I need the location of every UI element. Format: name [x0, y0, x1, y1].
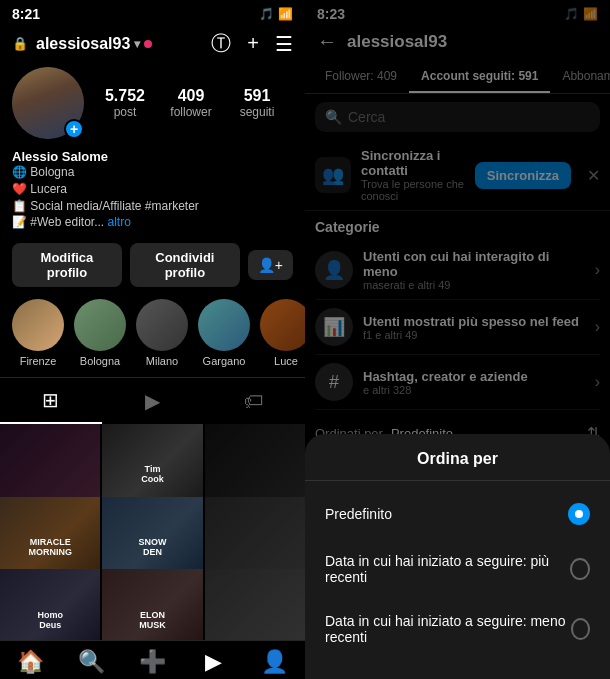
seguiti-count: 591: [244, 87, 271, 105]
story-circle-bologna: [74, 299, 126, 351]
bottom-sheet: Ordina per Predefinito Data in cui hai i…: [305, 434, 610, 679]
add-post-icon[interactable]: +: [247, 32, 259, 55]
bluetooth-icon: 🎵: [259, 7, 274, 21]
bio-name: Alessio Salome: [12, 149, 293, 164]
threads-icon[interactable]: Ⓣ: [211, 30, 231, 57]
status-bar-left: 8:21 🎵 📶: [0, 0, 305, 26]
bio-section: Alessio Salome 🌐 Bologna ❤️ Lucera 📋 Soc…: [0, 147, 305, 237]
book-musk-text: ELONMUSK: [135, 606, 170, 634]
bio-line1: 🌐 Bologna: [12, 164, 293, 181]
share-profile-button[interactable]: Condividi profilo: [130, 243, 240, 287]
story-bologna[interactable]: Bologna: [74, 299, 126, 367]
add-person-button[interactable]: 👤+: [248, 250, 293, 280]
battery-icon: 📶: [278, 7, 293, 21]
sort-option-default[interactable]: Predefinito: [305, 489, 610, 539]
post-label: post: [114, 105, 137, 119]
story-label-firenze: Firenze: [20, 355, 57, 367]
radio-oldest: [571, 618, 590, 640]
tab-tagged[interactable]: 🏷: [203, 378, 305, 424]
story-label-milano: Milano: [146, 355, 178, 367]
story-milano[interactable]: Milano: [136, 299, 188, 367]
photo-cell-9[interactable]: [205, 569, 305, 640]
book-homo-text: HomoDeus: [33, 606, 67, 634]
status-icons-left: 🎵 📶: [259, 7, 293, 21]
nav-home[interactable]: 🏠: [0, 649, 61, 675]
book-snowden-text: SNOWDEN: [134, 533, 170, 561]
photo-grid: TimCook MIRACLEMORNING SNOWDEN HomoDeus …: [0, 424, 305, 640]
photo-tabs: ⊞ ▶ 🏷: [0, 377, 305, 424]
photo-cell-8[interactable]: ELONMUSK: [102, 569, 202, 640]
photo-cell-7[interactable]: HomoDeus: [0, 569, 100, 640]
story-label-gargano: Gargano: [203, 355, 246, 367]
header-icons: Ⓣ + ☰: [211, 30, 293, 57]
sort-option-oldest-label: Data in cui hai iniziato a seguire: meno…: [325, 613, 571, 645]
bio-line4: 📝 #Web editor... altro: [12, 214, 293, 231]
time-left: 8:21: [12, 6, 40, 22]
chevron-down-icon: ▾: [134, 37, 140, 51]
bio-more-link[interactable]: altro: [108, 215, 131, 229]
tab-reels[interactable]: ▶: [102, 378, 204, 424]
right-panel: 8:23 🎵 📶 ← alessiosal93 Follower: 409 Ac…: [305, 0, 610, 679]
story-circle-firenze: [12, 299, 64, 351]
stat-seguiti[interactable]: 591 seguiti: [232, 87, 282, 119]
stat-posts[interactable]: 5.752 post: [100, 87, 150, 119]
sort-option-oldest[interactable]: Data in cui hai iniziato a seguire: meno…: [305, 599, 610, 659]
nav-add[interactable]: ➕: [122, 649, 183, 675]
username-row: alessiosal93 ▾: [36, 35, 152, 53]
nav-reels[interactable]: ▶: [183, 649, 244, 675]
story-circle-gargano: [198, 299, 250, 351]
bio-line3: 📋 Social media/Affiliate #marketer: [12, 198, 293, 215]
bio-line2: ❤️ Lucera: [12, 181, 293, 198]
story-circle-milano: [136, 299, 188, 351]
book-tim-text: TimCook: [137, 460, 168, 488]
story-label-luce: Luce: [274, 355, 298, 367]
bottom-nav: 🏠 🔍 ➕ ▶ 👤: [0, 640, 305, 679]
left-panel: 8:21 🎵 📶 🔒 alessiosal93 ▾ Ⓣ + ☰ + 5: [0, 0, 305, 679]
radio-default: [568, 503, 590, 525]
sort-option-recent[interactable]: Data in cui hai iniziato a seguire: più …: [305, 539, 610, 599]
seguiti-label: seguiti: [240, 105, 275, 119]
book-miracle-text: MIRACLEMORNING: [24, 533, 76, 561]
follower-count: 409: [178, 87, 205, 105]
lock-icon: 🔒: [12, 36, 28, 51]
nav-search[interactable]: 🔍: [61, 649, 122, 675]
story-luce[interactable]: Luce: [260, 299, 305, 367]
radio-recent: [570, 558, 590, 580]
action-buttons: Modifica profilo Condividi profilo 👤+: [0, 237, 305, 293]
nav-profile[interactable]: 👤: [244, 649, 305, 675]
sort-option-default-label: Predefinito: [325, 506, 392, 522]
menu-icon[interactable]: ☰: [275, 32, 293, 56]
radio-inner-default: [575, 510, 583, 518]
stat-followers[interactable]: 409 follower: [166, 87, 216, 119]
profile-header: 🔒 alessiosal93 ▾ Ⓣ + ☰: [0, 26, 305, 63]
verified-dot: [144, 40, 152, 48]
story-label-bologna: Bologna: [80, 355, 120, 367]
profile-username: alessiosal93: [36, 35, 130, 53]
avatar-container: +: [12, 67, 84, 139]
sheet-title: Ordina per: [305, 450, 610, 481]
story-gargano[interactable]: Gargano: [198, 299, 250, 367]
follower-label: follower: [170, 105, 211, 119]
sort-option-recent-label: Data in cui hai iniziato a seguire: più …: [325, 553, 570, 585]
post-count: 5.752: [105, 87, 145, 105]
add-story-button[interactable]: +: [64, 119, 84, 139]
story-circle-luce: [260, 299, 305, 351]
edit-profile-button[interactable]: Modifica profilo: [12, 243, 122, 287]
stats-row: 5.752 post 409 follower 591 seguiti: [100, 87, 293, 119]
story-firenze[interactable]: Firenze: [12, 299, 64, 367]
profile-info: + 5.752 post 409 follower 591 seguiti: [0, 63, 305, 147]
tab-grid[interactable]: ⊞: [0, 378, 102, 424]
stories-row: Firenze Bologna Milano Gargano Luce: [0, 293, 305, 373]
